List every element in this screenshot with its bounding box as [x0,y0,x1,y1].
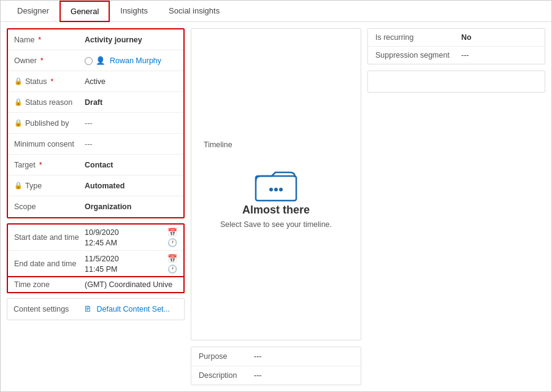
published-by-row: 🔒 Published by --- [8,113,183,134]
main-content: Name * Activity journey Owner * 👤 Rowan … [1,22,551,391]
timeline-heading: Almost there [242,204,310,217]
purpose-card: Purpose --- Description --- [191,347,361,385]
owner-value[interactable]: 👤 Rowan Murphy [85,56,177,65]
timeline-card: Timeline Almost there Select Save to see… [191,28,361,340]
min-consent-label: Minimum consent [14,140,85,148]
svg-point-2 [269,188,273,191]
target-row: Target * Contact [8,155,183,175]
suppression-label: Suppression segment [375,51,461,60]
purpose-row: Purpose --- [191,347,361,366]
description-value[interactable]: --- [254,371,262,380]
is-recurring-row: Is recurring No [368,29,545,47]
calendar-icon-start[interactable]: 📅 [167,228,177,237]
status-value[interactable]: Active [85,77,177,86]
name-required: * [38,36,41,44]
purpose-label: Purpose [199,352,254,361]
is-recurring-label: Is recurring [375,33,461,42]
suppression-value: --- [461,51,469,60]
tab-designer[interactable]: Designer [7,1,59,22]
content-settings-row: Content settings 🖹 Default Content Set..… [7,299,184,320]
name-label: Name * [14,36,85,44]
start-date-line: 10/9/2020 📅 [85,228,177,237]
owner-row: Owner * 👤 Rowan Murphy [8,50,183,71]
info-card: Is recurring No Suppression segment --- [367,28,545,64]
target-value[interactable]: Contact [85,161,177,169]
lock-icon2: 🔒 [14,98,23,106]
status-required: * [50,77,53,86]
description-row: Description --- [191,366,361,385]
clock-icon-start[interactable]: 🕐 [167,238,177,247]
scope-row: Scope Organization [8,196,183,217]
content-settings-icon: 🖹 [84,305,92,313]
end-time-line: 11:45 PM 🕐 [85,264,177,274]
type-row: 🔒 Type Automated [8,175,183,196]
end-date-line: 11/5/2020 📅 [85,254,177,263]
tab-insights[interactable]: Insights [110,1,158,22]
end-time[interactable]: 11:45 PM [85,265,118,274]
scope-value: Organization [85,202,177,211]
name-value[interactable]: Activity journey [85,36,177,44]
tab-social-insights[interactable]: Social insights [158,1,230,22]
description-label: Description [199,371,254,380]
person-icon: 👤 [96,56,105,65]
date-time-card: Start date and time 10/9/2020 📅 12:45 AM… [7,223,185,293]
svg-point-1 [274,188,278,191]
purpose-value[interactable]: --- [254,352,262,361]
timezone-value[interactable]: (GMT) Coordinated Unive [85,280,177,289]
left-panel: Name * Activity journey Owner * 👤 Rowan … [7,28,185,385]
app-container: Designer General Insights Social insight… [0,0,552,392]
published-by-value: --- [85,119,177,128]
timezone-row: Time zone (GMT) Coordinated Unive [7,276,185,293]
published-by-label: 🔒 Published by [14,119,85,128]
top-form-card: Name * Activity journey Owner * 👤 Rowan … [7,28,185,218]
content-settings-value[interactable]: 🖹 Default Content Set... [84,305,178,313]
name-row: Name * Activity journey [8,29,183,50]
lock-icon: 🔒 [14,77,23,85]
status-reason-value[interactable]: Draft [85,98,177,107]
content-settings-label: Content settings [13,305,84,313]
timeline-folder-icon [255,167,297,204]
lock-icon4: 🔒 [14,182,23,190]
end-date-values: 11/5/2020 📅 11:45 PM 🕐 [85,254,177,274]
empty-card [367,71,545,93]
status-reason-row: 🔒 Status reason Draft [8,92,183,113]
target-required: * [39,161,42,169]
start-date-values: 10/9/2020 📅 12:45 AM 🕐 [85,228,177,247]
owner-required: * [40,56,44,65]
is-recurring-value: No [461,33,472,42]
right-panel: Is recurring No Suppression segment --- [367,28,545,385]
type-value: Automated [85,182,177,190]
clock-icon-end[interactable]: 🕐 [167,264,177,274]
lock-icon3: 🔒 [14,119,23,127]
start-time-line: 12:45 AM 🕐 [85,238,177,247]
calendar-icon-end[interactable]: 📅 [167,254,177,263]
start-date-row: Start date and time 10/9/2020 📅 12:45 AM… [8,225,183,251]
start-time[interactable]: 12:45 AM [85,239,117,247]
timeline-sub: Select Save to see your timeline. [220,220,332,229]
suppression-row: Suppression segment --- [368,47,545,64]
content-settings-card: Content settings 🖹 Default Content Set..… [7,298,185,320]
min-consent-row: Minimum consent --- [8,134,183,155]
timezone-label: Time zone [14,280,85,289]
start-date[interactable]: 10/9/2020 [85,228,119,237]
start-date-label: Start date and time [14,233,85,242]
type-label: 🔒 Type [14,182,85,190]
min-consent-value: --- [85,140,177,148]
svg-point-3 [279,188,283,191]
middle-panel: Timeline Almost there Select Save to see… [191,28,361,385]
timeline-label: Timeline [204,140,232,149]
end-date[interactable]: 11/5/2020 [85,255,119,263]
status-label: 🔒 Status * [14,77,85,86]
end-date-row: End date and time 11/5/2020 📅 11:45 PM 🕐 [8,251,183,277]
end-date-label: End date and time [14,259,85,268]
tab-bar: Designer General Insights Social insight… [1,1,551,22]
owner-label: Owner * [14,56,85,65]
status-row: 🔒 Status * Active [8,71,183,92]
status-reason-label: 🔒 Status reason [14,98,85,107]
tab-general[interactable]: General [59,1,110,22]
circle-icon [85,57,93,65]
target-label: Target * [14,161,85,169]
scope-label: Scope [14,202,85,211]
